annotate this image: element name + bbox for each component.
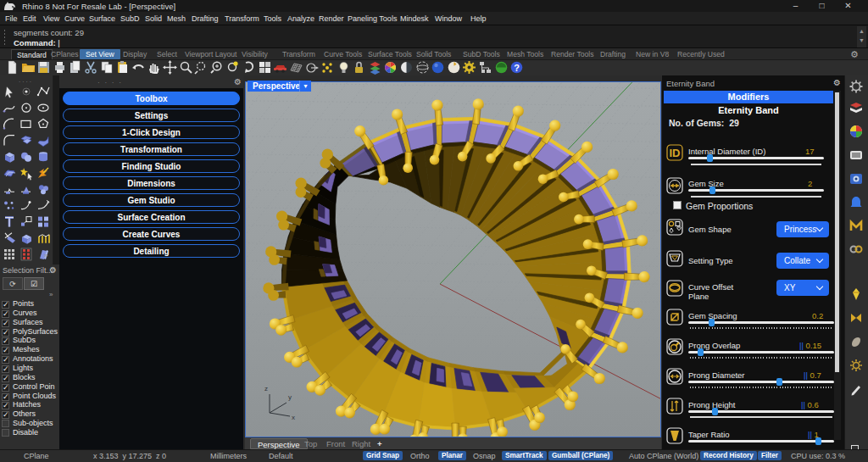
svg-text:z: z bbox=[264, 385, 268, 392]
svg-text:y: y bbox=[288, 393, 292, 401]
svg-text:x: x bbox=[292, 414, 295, 421]
svg-text:?: ? bbox=[514, 63, 520, 73]
svg-text:ID: ID bbox=[670, 147, 681, 159]
